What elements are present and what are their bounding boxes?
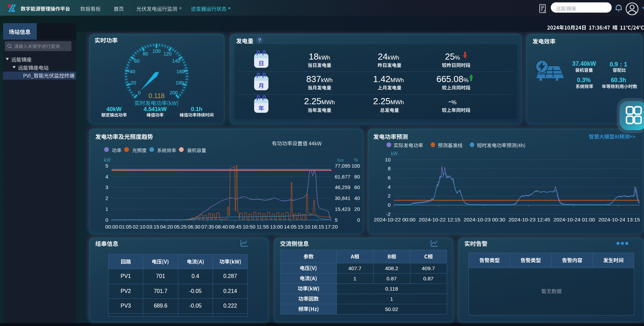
svg-text:05:25: 05:25 xyxy=(174,224,187,230)
svg-text:8: 8 xyxy=(388,166,391,171)
svg-text:80: 80 xyxy=(143,51,148,57)
svg-text:15,423: 15,423 xyxy=(335,206,350,212)
svg-text:2024-10-22 00:00: 2024-10-22 00:00 xyxy=(374,217,416,222)
svg-text:08:40: 08:40 xyxy=(215,224,228,230)
svg-text:0: 0 xyxy=(105,217,108,223)
svg-text:100: 100 xyxy=(351,163,360,169)
svg-text:100: 100 xyxy=(152,48,161,54)
svg-text:2: 2 xyxy=(388,193,391,199)
svg-text:140: 140 xyxy=(172,58,180,64)
svg-text:2024-10-23 12:45: 2024-10-23 12:45 xyxy=(509,217,550,222)
svg-text:0: 0 xyxy=(388,202,391,208)
svg-text:10:50: 10:50 xyxy=(243,224,255,230)
svg-text:03:15: 03:15 xyxy=(146,224,159,230)
svg-text:60: 60 xyxy=(354,184,360,190)
svg-text:1: 1 xyxy=(105,206,108,212)
svg-text:200: 200 xyxy=(169,90,178,95)
svg-text:2024-10-23 00:30: 2024-10-23 00:30 xyxy=(464,217,506,222)
svg-text:02:10: 02:10 xyxy=(133,224,146,230)
svg-text:13:00: 13:00 xyxy=(270,224,283,230)
svg-text:00:00: 00:00 xyxy=(105,224,118,230)
svg-text:60: 60 xyxy=(134,58,139,64)
svg-text:5: 5 xyxy=(105,163,108,169)
svg-text:61,677: 61,677 xyxy=(335,174,350,180)
svg-text:6: 6 xyxy=(388,175,391,181)
svg-text:40: 40 xyxy=(354,195,360,201)
svg-text:30,841: 30,841 xyxy=(335,195,350,201)
svg-text:09:45: 09:45 xyxy=(229,224,242,230)
svg-text:3: 3 xyxy=(105,184,108,190)
svg-text:4: 4 xyxy=(388,184,391,190)
svg-text:15:10: 15:10 xyxy=(297,224,310,230)
svg-text:2024-10-24 01:00: 2024-10-24 01:00 xyxy=(554,217,595,222)
svg-text:14:05: 14:05 xyxy=(284,224,297,230)
svg-text:17:20: 17:20 xyxy=(325,224,338,230)
svg-text:4: 4 xyxy=(105,174,108,180)
svg-text:20: 20 xyxy=(131,80,136,86)
svg-text:0: 0 xyxy=(138,90,141,95)
svg-text:-2: -2 xyxy=(386,211,391,217)
svg-text:46,259: 46,259 xyxy=(335,184,350,190)
svg-text:180: 180 xyxy=(176,80,184,86)
svg-text:11:55: 11:55 xyxy=(257,224,269,230)
svg-text:2: 2 xyxy=(105,195,108,201)
svg-text:2024-10-22 12:15: 2024-10-22 12:15 xyxy=(419,217,460,222)
svg-text:16:15: 16:15 xyxy=(311,224,324,230)
svg-text:5: 5 xyxy=(335,217,337,223)
svg-text:07:35: 07:35 xyxy=(201,224,214,230)
svg-text:160: 160 xyxy=(176,69,184,74)
svg-text:20: 20 xyxy=(354,206,360,212)
svg-text:120: 120 xyxy=(163,51,171,57)
svg-text:2024-10-24 13:15: 2024-10-24 13:15 xyxy=(598,217,640,222)
svg-text:10: 10 xyxy=(385,157,391,162)
svg-text:04:20: 04:20 xyxy=(160,224,173,230)
svg-text:0: 0 xyxy=(357,217,360,223)
svg-text:40: 40 xyxy=(130,69,135,74)
svg-text:06:30: 06:30 xyxy=(187,224,200,230)
svg-text:01:05: 01:05 xyxy=(119,224,132,230)
svg-text:77,095: 77,095 xyxy=(335,163,350,169)
svg-text:80: 80 xyxy=(354,174,360,180)
